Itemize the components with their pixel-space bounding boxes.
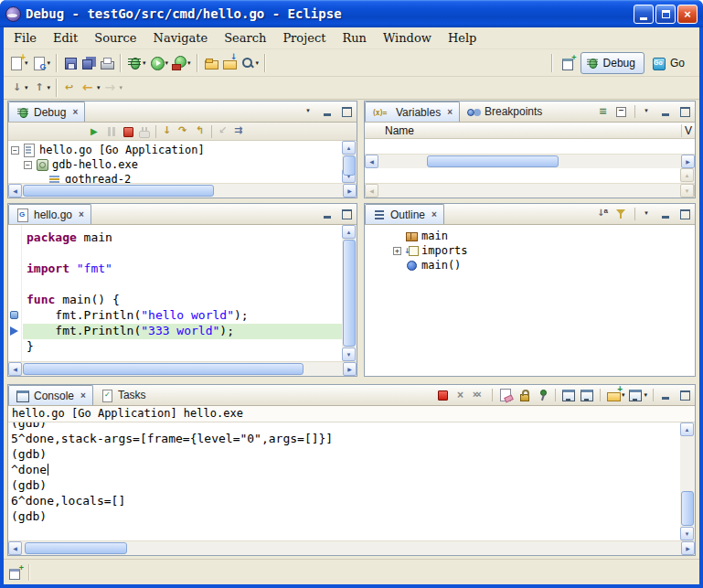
dropdown-arrow-icon[interactable]: ▾	[97, 84, 101, 91]
remove-launch-button[interactable]	[453, 387, 469, 403]
horizontal-scrollbar-disabled[interactable]: ◀ ▶	[365, 183, 695, 198]
collapse-all-button[interactable]	[613, 103, 630, 120]
step-return-button[interactable]	[192, 123, 208, 140]
scrollbar-track[interactable]	[379, 185, 680, 197]
tree-item-main[interactable]: main	[390, 229, 695, 243]
minimize-button[interactable]	[634, 5, 654, 24]
filter-button[interactable]	[613, 206, 630, 222]
scroll-left-button[interactable]: ◀	[365, 184, 378, 198]
scrollbar-track[interactable]	[681, 437, 694, 526]
scrollbar-thumb[interactable]	[343, 155, 356, 176]
tree-item-imports[interactable]: +imports	[390, 243, 695, 258]
save-button[interactable]	[61, 52, 80, 74]
fast-view-icon[interactable]	[8, 565, 23, 580]
dropdown-arrow-icon[interactable]: ▾	[143, 59, 146, 67]
remove-all-button[interactable]	[471, 387, 487, 403]
step-over-button[interactable]	[176, 123, 192, 140]
view-menu-button[interactable]	[302, 103, 318, 120]
close-tab-icon[interactable]: ×	[72, 107, 78, 117]
external-tools-button[interactable]: ▾	[170, 52, 193, 74]
scroll-right-button[interactable]: ▶	[681, 541, 695, 555]
disconnect-button[interactable]	[136, 123, 153, 140]
open-perspective-button[interactable]	[559, 52, 578, 74]
prev-annotation-button[interactable]: ▾	[30, 77, 53, 99]
scroll-left-button[interactable]: ◀	[365, 155, 378, 168]
maximize-button[interactable]	[655, 5, 676, 24]
scroll-up-button[interactable]: ▲	[680, 168, 694, 182]
step-filters-button[interactable]	[231, 123, 248, 140]
scrollbar-track[interactable]	[379, 155, 680, 167]
back-button[interactable]: ▾	[80, 77, 102, 99]
vertical-scrollbar[interactable]: ▲ ▼	[342, 225, 357, 361]
view-menu-button[interactable]	[640, 103, 656, 120]
collapse-icon[interactable]: −	[24, 161, 32, 169]
scrollbar-track[interactable]	[23, 363, 342, 375]
maximize-view-button[interactable]	[338, 103, 355, 120]
titlebar[interactable]: Debug - testGo/src/cmd/hello.go - Eclips…	[0, 0, 703, 27]
vertical-scrollbar[interactable]: ▲ ▼	[680, 422, 695, 540]
editor-gutter[interactable]	[8, 225, 22, 361]
code-area[interactable]: package main import "fmt" func main() { …	[23, 225, 342, 361]
debug-button[interactable]: ▾	[125, 52, 148, 74]
menu-item-edit[interactable]: Edit	[45, 28, 86, 48]
last-edit-button[interactable]	[61, 77, 80, 99]
display-console-button[interactable]: ▾	[627, 387, 648, 403]
scroll-lock-button[interactable]	[516, 387, 532, 403]
show-stdout-button[interactable]	[560, 387, 577, 403]
scroll-right-button[interactable]: ▶	[343, 184, 357, 198]
tab-hello-go[interactable]: hello.go ×	[8, 204, 91, 224]
open-folder-2-button[interactable]	[220, 52, 239, 74]
close-tab-icon[interactable]: ×	[447, 107, 453, 117]
new-wizard-button[interactable]: ▾	[7, 52, 30, 74]
menu-item-help[interactable]: Help	[440, 28, 485, 48]
scrollbar-track[interactable]	[23, 542, 680, 554]
minimize-view-button[interactable]	[320, 206, 336, 222]
minimize-view-button[interactable]	[658, 387, 675, 403]
new-go-button[interactable]: ▾	[30, 52, 53, 74]
vertical-scrollbar[interactable]: ▲ ▼	[342, 141, 357, 183]
dropdown-arrow-icon[interactable]: ▾	[25, 84, 28, 91]
close-button[interactable]: ×	[677, 5, 698, 24]
show-console-button[interactable]	[579, 387, 595, 403]
scroll-left-button[interactable]: ◀	[8, 541, 22, 555]
tree-item-main-[interactable]: main()	[390, 258, 695, 273]
maximize-view-button[interactable]	[676, 206, 693, 222]
dropdown-arrow-icon[interactable]: ▾	[48, 84, 51, 91]
tree-item-gdb-hello-exe[interactable]: −gdb-hello.exe	[8, 157, 342, 172]
menu-item-source[interactable]: Source	[86, 28, 144, 48]
instruction-pointer-current-icon[interactable]	[10, 326, 18, 336]
scrollbar-track[interactable]	[23, 185, 342, 197]
expand-icon[interactable]: +	[393, 247, 401, 255]
forward-button[interactable]: ▾	[102, 77, 125, 99]
close-tab-icon[interactable]: ×	[431, 209, 437, 219]
scroll-up-button[interactable]: ▲	[342, 141, 356, 155]
view-menu-button[interactable]	[640, 206, 656, 222]
scroll-up-button[interactable]: ▲	[342, 225, 356, 239]
scrollbar-thumb[interactable]	[681, 491, 694, 526]
search-button[interactable]: ▾	[239, 52, 261, 74]
scrollbar-thumb[interactable]	[23, 185, 214, 197]
perspective-go-button[interactable]: Go	[647, 52, 694, 74]
tab-tasks[interactable]: Tasks	[93, 385, 153, 405]
drop-to-frame-button[interactable]	[215, 123, 231, 140]
variables-tree-empty[interactable]	[365, 139, 695, 154]
save-all-button[interactable]	[80, 52, 98, 74]
scrollbar-thumb[interactable]	[23, 363, 304, 375]
scroll-down-button[interactable]: ▼	[680, 527, 694, 540]
scrollbar-track[interactable]	[343, 155, 356, 168]
sort-button[interactable]	[595, 206, 612, 222]
variables-column-header[interactable]: Name V	[365, 123, 695, 139]
menu-item-run[interactable]: Run	[334, 28, 375, 48]
run-button[interactable]: ▾	[148, 52, 171, 74]
dropdown-arrow-icon[interactable]: ▾	[187, 59, 191, 67]
horizontal-scrollbar[interactable]: ◀ ▶	[365, 154, 695, 168]
scroll-right-button[interactable]: ▶	[343, 362, 357, 376]
show-type-names-button[interactable]	[595, 103, 612, 120]
maximize-view-button[interactable]	[676, 103, 693, 120]
menu-item-window[interactable]: Window	[375, 28, 440, 48]
dropdown-arrow-icon[interactable]: ▾	[644, 391, 647, 399]
scrollbar-track[interactable]	[343, 240, 356, 347]
scroll-down-button[interactable]: ▼	[680, 184, 694, 198]
terminate-button[interactable]	[120, 123, 136, 140]
scrollbar-thumb[interactable]	[427, 155, 559, 167]
